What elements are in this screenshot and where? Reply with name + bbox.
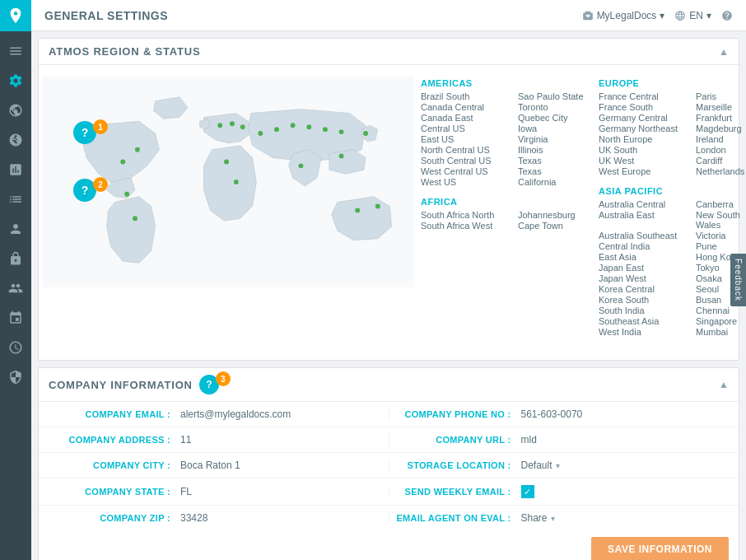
- company-section-title: COMPANY INFORMATION: [49, 379, 193, 391]
- email-label: COMPANY EMAIL :: [49, 409, 180, 419]
- list-item: Australia CentralCanberra: [599, 199, 746, 209]
- company-form: COMPANY EMAIL : alerts@mylegaldocs.com C…: [39, 402, 739, 530]
- list-item: West USCalifornia: [421, 177, 585, 187]
- svg-rect-2: [10, 54, 21, 55]
- sidebar-item-network[interactable]: [0, 96, 31, 125]
- svg-point-18: [323, 127, 328, 132]
- state-value: FL: [180, 486, 389, 497]
- sidebar-item-settings[interactable]: [0, 66, 31, 96]
- sidebar-item-menu[interactable]: [0, 36, 31, 66]
- menu-icon: [8, 44, 23, 58]
- svg-point-17: [306, 124, 311, 129]
- help-badge-2[interactable]: ? 2: [73, 179, 108, 202]
- list-item: UK WestCardiff: [599, 156, 746, 166]
- svg-point-9: [217, 123, 222, 128]
- secure-icon: [8, 370, 23, 385]
- sidebar-item-user[interactable]: [0, 214, 31, 244]
- atmos-collapse-btn[interactable]: ▲: [719, 46, 729, 58]
- svg-point-14: [258, 131, 263, 136]
- company-header-left: COMPANY INFORMATION ? 3: [49, 375, 231, 394]
- list-item: East USVirginia: [421, 134, 585, 144]
- list-item: Canada EastQuebec City: [421, 113, 585, 123]
- company-collapse-btn[interactable]: ▲: [719, 379, 729, 390]
- sidebar-item-lock[interactable]: [0, 244, 31, 273]
- svg-rect-0: [10, 48, 21, 49]
- list-item: South Central USTexas: [421, 156, 585, 166]
- company-help-badge[interactable]: ? 3: [199, 375, 231, 394]
- americas-title: AMERICAS: [421, 78, 585, 88]
- user-menu[interactable]: MyLegalDocs ▾: [582, 10, 665, 21]
- zip-label: COMPANY ZIP :: [49, 513, 180, 523]
- svg-point-20: [298, 163, 303, 168]
- form-row-state: COMPANY STATE : FL SEND WEEKLY EMAIL :: [39, 478, 739, 506]
- list-item: South Africa WestCape Town: [421, 221, 585, 231]
- sidebar-item-secure[interactable]: [0, 362, 31, 392]
- email-half: COMPANY EMAIL : alerts@mylegaldocs.com: [49, 408, 389, 420]
- briefcase-icon: [582, 10, 594, 21]
- atmos-section-header: ATMOS REGION & STATUS ▲: [39, 39, 739, 65]
- email-agent-dropdown-arrow: ▾: [551, 514, 555, 523]
- url-half: COMPANY URL : mld: [389, 434, 730, 446]
- list-item: Australia EastNew South Wales: [599, 210, 746, 230]
- phone-half: COMPANY PHONE NO : 561-603-0070: [389, 408, 730, 420]
- save-btn-row: SAVE INFORMATION: [39, 530, 739, 560]
- help-button[interactable]: [721, 10, 733, 21]
- badge-number-2: 2: [93, 177, 108, 192]
- report-icon: [8, 162, 23, 177]
- company-badge-number: 3: [216, 371, 231, 386]
- phone-value: 561-603-0070: [521, 408, 730, 420]
- company-info-section: COMPANY INFORMATION ? 3 ▲ COMPANY EMAIL …: [38, 367, 739, 560]
- sidebar-item-globe[interactable]: [0, 125, 31, 155]
- feedback-button[interactable]: Feedback: [730, 254, 746, 306]
- list-item: Brazil SouthSao Paulo State: [421, 91, 585, 101]
- list-item: Japan WestOsaka: [599, 273, 746, 283]
- sidebar-item-users[interactable]: [0, 273, 31, 303]
- storage-half: STORAGE LOCATION : Default ▾: [389, 460, 730, 471]
- help-badge-1[interactable]: ? 1: [73, 121, 108, 144]
- list-item: Central USIowa: [421, 124, 585, 133]
- svg-point-11: [240, 124, 245, 129]
- svg-point-13: [234, 180, 239, 184]
- sidebar-item-list[interactable]: [0, 184, 31, 214]
- user-chevron: ▾: [660, 10, 664, 21]
- lock-icon: [8, 251, 23, 266]
- feedback-label: Feedback: [734, 259, 743, 301]
- topbar-right: MyLegalDocs ▾ EN ▾: [582, 10, 733, 21]
- region-body: ? 1 ? 2: [39, 65, 739, 360]
- list-icon: [8, 192, 23, 207]
- weekly-email-half: SEND WEEKLY EMAIL :: [389, 485, 730, 498]
- svg-point-21: [339, 154, 344, 159]
- svg-point-24: [363, 131, 368, 136]
- lang-menu[interactable]: EN ▾: [674, 10, 711, 21]
- zip-half: COMPANY ZIP : 33428: [49, 512, 389, 524]
- logo-icon: [7, 7, 25, 25]
- storage-dropdown-arrow: ▾: [556, 461, 560, 470]
- africa-title: AFRICA: [421, 197, 585, 207]
- svg-point-7: [124, 192, 129, 197]
- save-button[interactable]: SAVE INFORMATION: [591, 537, 729, 560]
- sidebar-item-report[interactable]: [0, 155, 31, 184]
- url-value: mld: [521, 434, 730, 446]
- storage-label: STORAGE LOCATION :: [389, 460, 521, 470]
- storage-dropdown[interactable]: Default ▾: [521, 460, 560, 471]
- weekly-email-checkbox[interactable]: [521, 485, 534, 498]
- region-col-americas: AMERICAS Brazil SouthSao Paulo State Can…: [421, 78, 585, 347]
- list-item: Southeast AsiaSingapore: [599, 316, 746, 326]
- list-item: West IndiaMumbai: [599, 327, 746, 337]
- sidebar-item-org[interactable]: [0, 303, 31, 333]
- users-icon: [8, 281, 23, 296]
- list-item: Korea CentralSeoul: [599, 284, 746, 294]
- city-label: COMPANY CITY :: [49, 460, 180, 470]
- sidebar-item-calendar[interactable]: [0, 333, 31, 362]
- svg-rect-1: [10, 50, 21, 52]
- zip-value: 33428: [180, 512, 389, 524]
- list-item: UK SouthLondon: [599, 145, 746, 155]
- svg-point-12: [224, 159, 229, 164]
- svg-point-23: [375, 204, 380, 209]
- email-agent-label: EMAIL AGENT ON EVAL :: [389, 513, 521, 523]
- lang-chevron: ▾: [706, 10, 711, 21]
- email-agent-dropdown[interactable]: Share ▾: [521, 512, 555, 524]
- phone-label: COMPANY PHONE NO :: [389, 409, 521, 419]
- svg-point-22: [355, 208, 360, 212]
- feedback-sidebar: Feedback: [730, 254, 746, 306]
